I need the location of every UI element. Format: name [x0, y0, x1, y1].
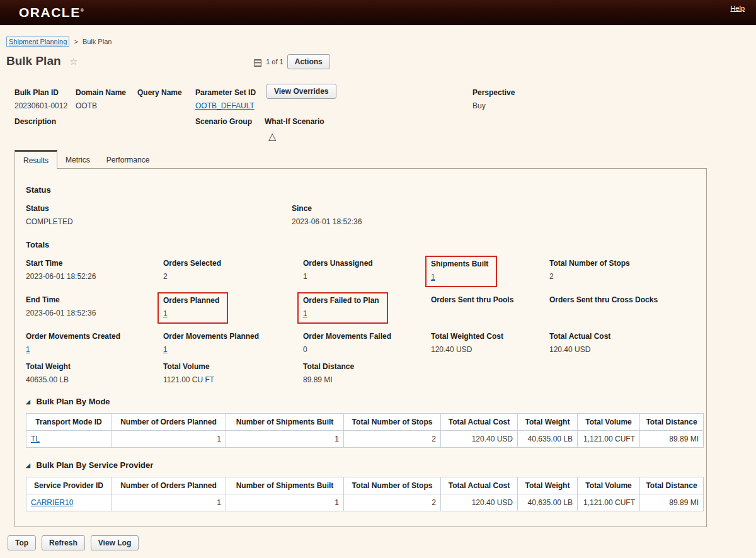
highlight-box-orders-failed-to-plan: Orders Failed to Plan 1 [297, 292, 388, 324]
totals-heading: Totals [26, 240, 696, 249]
column-header: Number of Shipments Built [226, 477, 344, 494]
table-row: CARRIER10 1 1 2 120.40 USD 40,635.00 LB … [26, 494, 704, 511]
order-movements-created-link[interactable]: 1 [26, 345, 163, 354]
orders-failed-to-plan-link[interactable]: 1 [303, 309, 379, 318]
field-orders-selected: Orders Selected 2 [163, 259, 303, 287]
field-start-time: Start Time 2023-06-01 18:52:26 [26, 259, 163, 287]
field-orders-sent-thru-cross-docks: Orders Sent thru Cross Docks [549, 295, 696, 324]
header-fields: Bulk Plan ID 20230601-0012 Domain Name O… [0, 88, 756, 149]
field-label: Scenario Group [195, 117, 252, 126]
field-label: Shipments Built [431, 259, 488, 268]
field-total-distance: Total Distance 89.89 MI [303, 362, 431, 384]
view-overrides-container: View Overrides [266, 84, 336, 99]
field-scenario-group: Scenario Group [195, 117, 252, 130]
favorite-star-icon[interactable]: ☆ [69, 56, 77, 67]
field-orders-failed-to-plan: Orders Failed to Plan 1 [303, 295, 431, 324]
top-bar: ORACLE® Help [0, 0, 756, 25]
transport-mode-cell: TL [26, 431, 112, 448]
field-label: Total Distance [303, 362, 431, 371]
table-cell: 40,635.00 LB [518, 431, 578, 448]
order-movements-planned-link[interactable]: 1 [163, 345, 303, 354]
parameter-set-link[interactable]: OOTB_DEFAULT [195, 101, 256, 110]
field-label: Order Movements Created [26, 332, 163, 341]
table-header-row: Service Provider ID Number of Orders Pla… [26, 477, 704, 494]
field-order-movements-failed: Order Movements Failed 0 [303, 332, 431, 354]
field-query-name: Query Name [137, 88, 182, 101]
field-label: Orders Selected [163, 259, 303, 268]
column-header: Total Number of Stops [344, 414, 441, 431]
status-heading: Status [26, 185, 696, 195]
actions-button[interactable]: Actions [287, 54, 330, 69]
table-cell: 120.40 USD [441, 431, 518, 448]
field-label: Since [292, 204, 696, 213]
column-header: Total Actual Cost [441, 414, 518, 431]
registered-mark: ® [81, 8, 85, 13]
status-grid: Status COMPLETED Since 2023-06-01 18:52:… [26, 204, 696, 226]
empty-cell [549, 362, 696, 384]
help-link[interactable]: Help [730, 4, 745, 12]
highlight-box-orders-planned: Orders Planned 1 [158, 292, 228, 324]
field-orders-sent-thru-pools: Orders Sent thru Pools [431, 295, 549, 324]
field-label: Orders Planned [163, 296, 219, 305]
table-cell: 1 [112, 431, 226, 448]
service-provider-table: Service Provider ID Number of Orders Pla… [26, 477, 704, 511]
field-order-movements-planned: Order Movements Planned 1 [163, 332, 303, 354]
results-panel: Status Status COMPLETED Since 2023-06-01… [14, 168, 707, 527]
field-label: Total Volume [163, 362, 303, 371]
field-total-number-of-stops: Total Number of Stops 2 [549, 259, 696, 287]
what-if-scenario-icon: △ [268, 130, 324, 142]
tab-performance[interactable]: Performance [98, 151, 158, 168]
field-order-movements-created: Order Movements Created 1 [26, 332, 163, 354]
field-perspective: Perspective Buy [472, 88, 515, 110]
table-cell: 1 [226, 494, 344, 511]
section-title-text: Bulk Plan By Service Provider [37, 460, 154, 470]
field-orders-planned: Orders Planned 1 [163, 295, 303, 324]
service-provider-section-title: ◢ Bulk Plan By Service Provider [26, 460, 696, 470]
service-provider-cell: CARRIER10 [26, 494, 112, 511]
field-label: Bulk Plan ID [14, 88, 67, 97]
field-total-weighted-cost: Total Weighted Cost 120.40 USD [431, 332, 549, 354]
table-cell: 1 [226, 431, 344, 448]
breadcrumb-link-shipment-planning[interactable]: Shipment Planning [6, 37, 69, 47]
field-value: 2 [163, 272, 303, 281]
refresh-button[interactable]: Refresh [42, 535, 85, 550]
field-description: Description [14, 117, 56, 130]
field-label: Total Weighted Cost [431, 332, 549, 341]
transport-mode-link[interactable]: TL [31, 435, 40, 443]
column-header: Total Weight [518, 477, 578, 494]
record-list-icon[interactable]: ▤ [253, 57, 262, 67]
field-total-actual-cost: Total Actual Cost 120.40 USD [549, 332, 696, 354]
top-button[interactable]: Top [8, 535, 36, 550]
breadcrumb-current: Bulk Plan [83, 38, 112, 45]
field-label: Parameter Set ID [195, 88, 256, 97]
service-provider-link[interactable]: CARRIER10 [31, 498, 73, 507]
breadcrumb-separator: > [74, 38, 77, 45]
field-label: End Time [26, 295, 163, 304]
field-label: Status [26, 204, 292, 213]
field-label: Description [14, 117, 56, 126]
breadcrumb: Shipment Planning > Bulk Plan [6, 38, 756, 45]
collapse-triangle-icon[interactable]: ◢ [26, 399, 30, 405]
view-overrides-button[interactable]: View Overrides [266, 84, 336, 99]
field-total-volume: Total Volume 1121.00 CU FT [163, 362, 303, 384]
column-header: Total Volume [578, 477, 640, 494]
field-value: 1121.00 CU FT [163, 375, 303, 384]
table-cell: 2 [344, 494, 441, 511]
field-value: OOTB [76, 101, 126, 110]
shipments-built-link[interactable]: 1 [431, 273, 488, 282]
field-label: Orders Failed to Plan [303, 296, 379, 305]
field-what-if-scenario: What-If Scenario △ [265, 117, 324, 142]
collapse-triangle-icon[interactable]: ◢ [26, 462, 30, 469]
field-label: Order Movements Failed [303, 332, 431, 341]
orders-planned-link[interactable]: 1 [163, 309, 219, 318]
oracle-logo: ORACLE® [19, 5, 84, 20]
field-value: 2023-06-01 18:52:36 [26, 309, 163, 317]
tab-results[interactable]: Results [14, 150, 57, 169]
section-title-text: Bulk Plan By Mode [37, 397, 110, 406]
tabs: Results Metrics Performance [14, 150, 756, 168]
tab-metrics[interactable]: Metrics [57, 151, 98, 168]
column-header: Total Weight [518, 414, 578, 431]
view-log-button[interactable]: View Log [91, 535, 139, 550]
field-value: 0 [303, 345, 431, 354]
field-value: 89.89 MI [303, 375, 431, 384]
